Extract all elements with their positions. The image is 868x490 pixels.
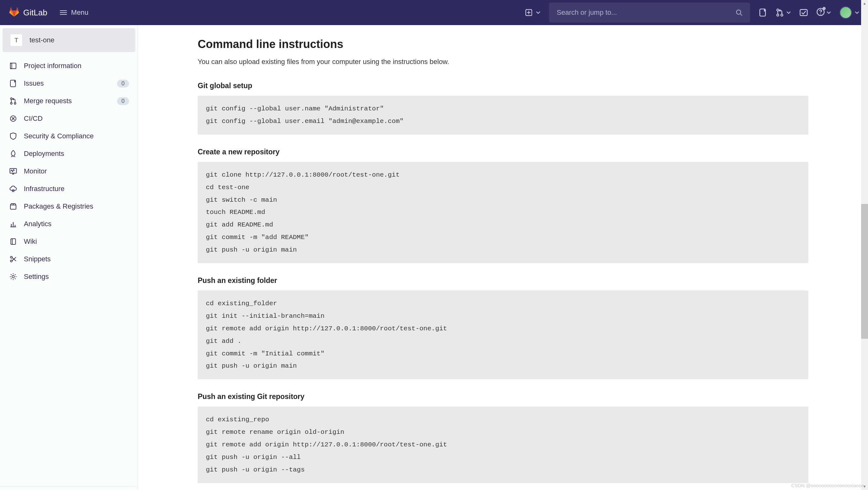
gitlab-logo-icon xyxy=(9,7,20,19)
book-icon xyxy=(9,237,18,246)
svg-point-4 xyxy=(777,14,779,16)
sidebar-item-label: Merge requests xyxy=(24,97,111,105)
cloud-icon xyxy=(9,185,18,193)
merge-request-icon xyxy=(9,97,18,105)
sidebar-item-label: Deployments xyxy=(24,150,129,158)
section-heading-existing-repo: Push an existing Git repository xyxy=(198,392,808,401)
section-heading-global-setup: Git global setup xyxy=(198,81,808,90)
sidebar-item-label: CI/CD xyxy=(24,115,129,123)
sidebar-item-label: Monitor xyxy=(24,167,129,175)
sidebar-item-label: Project information xyxy=(24,62,129,70)
issues-icon xyxy=(9,79,18,88)
rocket-icon xyxy=(9,149,18,158)
collapse-sidebar-button[interactable]: Collapse sidebar xyxy=(0,487,138,490)
page-title: Command line instructions xyxy=(198,38,808,51)
hamburger-icon xyxy=(60,10,67,15)
sidebar-item-wiki[interactable]: Wiki xyxy=(2,233,135,250)
search-icon[interactable] xyxy=(736,9,742,16)
code-block-existing-repo[interactable]: cd existing_repo git remote rename origi… xyxy=(198,406,808,483)
help-dropdown[interactable] xyxy=(816,8,831,17)
project-name: test-one xyxy=(30,36,55,44)
shield-icon xyxy=(9,132,18,140)
sidebar-item-label: Wiki xyxy=(24,237,129,246)
mr-badge: 0 xyxy=(117,97,129,105)
sidebar-item-label: Packages & Registries xyxy=(24,202,129,210)
sidebar-item-cicd[interactable]: CI/CD xyxy=(2,110,135,127)
svg-point-1 xyxy=(737,10,741,14)
notification-dot-icon xyxy=(823,7,826,10)
svg-point-21 xyxy=(10,260,12,262)
sidebar-item-label: Snippets xyxy=(24,255,129,263)
brand-text: GitLab xyxy=(23,8,48,18)
scissors-icon xyxy=(9,255,18,263)
svg-point-5 xyxy=(781,14,783,16)
svg-point-17 xyxy=(12,190,14,192)
sidebar-item-issues[interactable]: Issues 0 xyxy=(2,75,135,92)
search-box[interactable] xyxy=(549,2,750,23)
svg-point-14 xyxy=(14,103,16,104)
sidebar-item-analytics[interactable]: Analytics xyxy=(2,215,135,233)
svg-rect-18 xyxy=(10,205,16,209)
issues-badge: 0 xyxy=(117,80,129,88)
monitor-icon xyxy=(9,167,18,176)
gear-icon xyxy=(9,272,18,281)
svg-point-13 xyxy=(10,103,12,104)
sidebar-item-monitor[interactable]: Monitor xyxy=(2,163,135,180)
chevron-down-icon xyxy=(786,10,791,15)
new-dropdown[interactable] xyxy=(525,9,540,16)
sidebar-item-merge-requests[interactable]: Merge requests 0 xyxy=(2,92,135,110)
sidebar-item-security[interactable]: Security & Compliance xyxy=(2,127,135,145)
section-heading-existing-folder: Push an existing folder xyxy=(198,276,808,285)
sidebar-item-infrastructure[interactable]: Infrastructure xyxy=(2,180,135,198)
code-block-global-setup[interactable]: git config --global user.name "Administr… xyxy=(198,96,808,135)
svg-point-22 xyxy=(12,275,14,278)
todos-shortcut[interactable] xyxy=(800,8,808,17)
project-avatar: T xyxy=(10,34,23,46)
section-heading-new-repo: Create a new repository xyxy=(198,148,808,156)
scrollbar[interactable]: ▲ ▼ xyxy=(861,0,868,490)
header-right xyxy=(525,2,859,23)
svg-rect-19 xyxy=(11,239,16,244)
package-icon xyxy=(9,202,18,211)
sidebar-item-packages[interactable]: Packages & Registries xyxy=(2,198,135,215)
search-input[interactable] xyxy=(557,8,736,17)
plus-square-icon xyxy=(525,9,532,16)
sidebar-item-label: Issues xyxy=(24,79,111,88)
main-content: Command line instructions You can also u… xyxy=(138,25,868,490)
sidebar-item-snippets[interactable]: Snippets xyxy=(2,250,135,268)
sidebar-item-project-information[interactable]: Project information xyxy=(2,57,135,75)
svg-point-20 xyxy=(10,256,12,258)
scroll-thumb[interactable] xyxy=(861,204,868,339)
issues-shortcut[interactable] xyxy=(759,8,767,17)
svg-point-3 xyxy=(777,9,779,11)
sidebar-item-label: Settings xyxy=(24,272,129,281)
sidebar-item-label: Infrastructure xyxy=(24,185,129,193)
menu-label: Menu xyxy=(71,8,89,17)
code-block-existing-folder[interactable]: cd existing_folder git init --initial-br… xyxy=(198,291,808,379)
chevron-down-icon xyxy=(536,10,540,15)
sidebar-item-label: Analytics xyxy=(24,220,129,228)
user-menu[interactable] xyxy=(840,7,859,19)
svg-point-8 xyxy=(820,13,821,14)
analytics-icon xyxy=(9,220,18,228)
brand[interactable]: GitLab xyxy=(9,7,48,19)
svg-rect-10 xyxy=(10,63,12,69)
code-block-new-repo[interactable]: git clone http://127.0.0.1:8000/root/tes… xyxy=(198,162,808,263)
avatar xyxy=(840,7,852,19)
sidebar-item-label: Security & Compliance xyxy=(24,132,129,140)
menu-button[interactable]: Menu xyxy=(60,8,89,17)
sidebar: T test-one Project information Issues 0 … xyxy=(0,25,138,490)
sidebar-item-settings[interactable]: Settings xyxy=(2,268,135,286)
scroll-up-icon[interactable]: ▲ xyxy=(861,0,868,7)
project-info-icon xyxy=(9,62,18,70)
chevron-down-icon xyxy=(827,10,831,15)
cicd-icon xyxy=(9,114,18,123)
svg-point-12 xyxy=(10,98,12,99)
project-header[interactable]: T test-one xyxy=(2,28,135,52)
page-subtitle: You can also upload existing files from … xyxy=(198,58,808,66)
top-nav: GitLab Menu xyxy=(0,0,868,25)
sidebar-item-deployments[interactable]: Deployments xyxy=(2,145,135,163)
merge-requests-shortcut[interactable] xyxy=(776,8,791,17)
svg-rect-9 xyxy=(10,63,16,69)
svg-rect-6 xyxy=(800,9,807,16)
